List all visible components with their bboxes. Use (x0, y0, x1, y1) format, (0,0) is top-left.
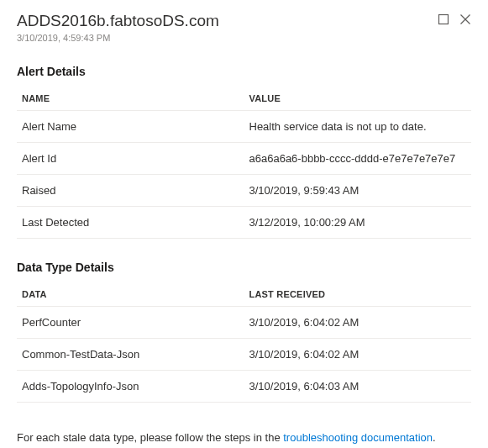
details-panel: ADDS2016b.fabtosoDS.com 3/10/2019, 4:59:… (0, 0, 488, 448)
column-header-name: NAME (17, 87, 244, 111)
svg-rect-0 (439, 15, 449, 24)
cell-name: Alert Name (17, 110, 244, 142)
cell-last-received: 3/10/2019, 6:04:03 AM (244, 370, 472, 402)
table-row: PerfCounter 3/10/2019, 6:04:02 AM (17, 306, 471, 338)
data-type-details-section: Data Type Details DATA LAST RECEIVED Per… (17, 261, 471, 403)
data-type-details-title: Data Type Details (17, 261, 471, 274)
table-row: Adds-TopologyInfo-Json 3/10/2019, 6:04:0… (17, 370, 471, 402)
cell-last-received: 3/10/2019, 6:04:02 AM (244, 338, 472, 370)
column-header-last-received: LAST RECEIVED (244, 282, 472, 307)
cell-data: PerfCounter (17, 306, 244, 338)
table-row: Alert Id a6a6a6a6-bbbb-cccc-dddd-e7e7e7e… (17, 142, 471, 174)
maximize-icon[interactable] (438, 13, 449, 28)
page-timestamp: 3/10/2019, 4:59:43 PM (17, 33, 219, 43)
column-header-value: VALUE (244, 87, 472, 111)
cell-value: 3/10/2019, 9:59:43 AM (244, 174, 472, 206)
alert-details-title: Alert Details (17, 65, 471, 78)
table-row: Last Detected 3/12/2019, 10:00:29 AM (17, 206, 471, 238)
alert-details-section: Alert Details NAME VALUE Alert Name Heal… (17, 65, 471, 239)
table-row: Raised 3/10/2019, 9:59:43 AM (17, 174, 471, 206)
table-row: Alert Name Health service data is not up… (17, 110, 471, 142)
data-type-details-table: DATA LAST RECEIVED PerfCounter 3/10/2019… (17, 282, 471, 403)
troubleshooting-link[interactable]: troubleshooting documentation (283, 431, 433, 444)
panel-header: ADDS2016b.fabtosoDS.com 3/10/2019, 4:59:… (17, 12, 471, 43)
cell-value: 3/12/2019, 10:00:29 AM (244, 206, 472, 238)
footer-prefix: For each stale data type, please follow … (17, 431, 283, 444)
window-controls (438, 13, 471, 28)
column-header-data: DATA (17, 282, 244, 307)
cell-data: Adds-TopologyInfo-Json (17, 370, 244, 402)
cell-data: Common-TestData-Json (17, 338, 244, 370)
cell-value: a6a6a6a6-bbbb-cccc-dddd-e7e7e7e7e7e7 (244, 142, 472, 174)
footer-suffix: . (433, 431, 436, 444)
close-icon[interactable] (459, 13, 471, 28)
cell-name: Last Detected (17, 206, 244, 238)
footer-note: For each stale data type, please follow … (17, 431, 471, 444)
page-title: ADDS2016b.fabtosoDS.com (17, 12, 219, 31)
cell-name: Raised (17, 174, 244, 206)
cell-name: Alert Id (17, 142, 244, 174)
table-row: Common-TestData-Json 3/10/2019, 6:04:02 … (17, 338, 471, 370)
alert-details-table: NAME VALUE Alert Name Health service dat… (17, 87, 471, 239)
cell-value: Health service data is not up to date. (244, 110, 472, 142)
cell-last-received: 3/10/2019, 6:04:02 AM (244, 306, 472, 338)
